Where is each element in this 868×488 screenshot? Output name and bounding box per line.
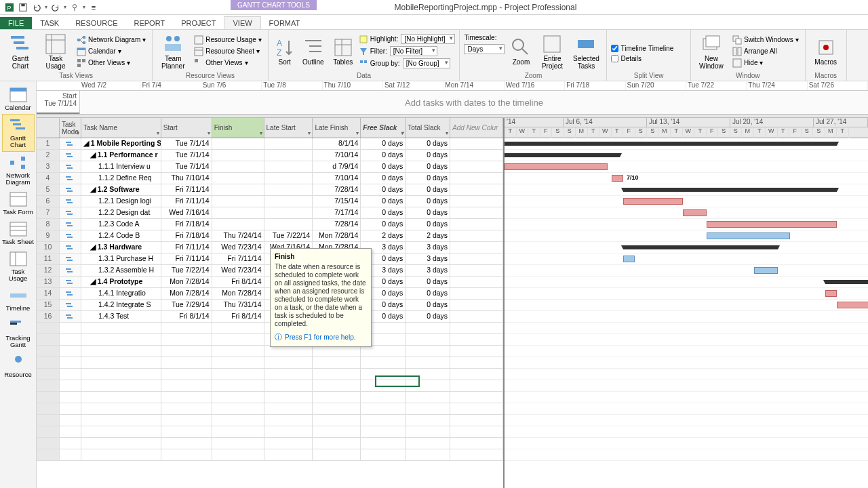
col-total-slack[interactable]: Total Slack▾: [406, 118, 450, 138]
tab-file[interactable]: FILE: [0, 17, 32, 29]
nav-gantt[interactable]: Gantt Chart: [2, 114, 35, 152]
table-row-empty[interactable]: [37, 426, 503, 438]
table-row-empty[interactable]: [37, 357, 503, 369]
table-row[interactable]: 2 ◢ 1.1 Performance r Tue 7/1/14 7/10/14…: [37, 150, 503, 161]
task-usage-button[interactable]: Task Usage: [39, 31, 72, 71]
filter-dropdown[interactable]: [No Filter]: [390, 46, 437, 56]
table-row[interactable]: 7 1.2.2 Design dat Wed 7/16/14 7/17/14 0…: [37, 207, 503, 219]
nav-tasksheet[interactable]: Task Sheet: [2, 218, 35, 248]
project-icon[interactable]: P: [4, 2, 15, 13]
timeline-checkbox[interactable]: [611, 45, 618, 52]
gantt-bar[interactable]: [837, 302, 868, 308]
nav-taskform[interactable]: Task Form: [2, 188, 35, 218]
other-views-button[interactable]: Other Views ▾: [75, 58, 148, 68]
col-rownum[interactable]: [37, 118, 60, 138]
gantt-bar[interactable]: [683, 209, 707, 216]
nav-timeline[interactable]: Timeline: [2, 285, 35, 314]
col-task-mode[interactable]: Task Mode▾: [60, 118, 81, 138]
outline-button[interactable]: Outline: [300, 31, 327, 71]
tab-project[interactable]: PROJECT: [173, 17, 224, 29]
col-add-new[interactable]: Add New Colur: [450, 118, 503, 138]
other-resource-views-button[interactable]: Other Views ▾: [192, 58, 263, 68]
col-task-name[interactable]: Task Name▾: [81, 118, 161, 138]
redo-icon[interactable]: [50, 2, 61, 13]
highlight-dropdown[interactable]: [No Highlight]: [401, 34, 455, 44]
save-icon[interactable]: [18, 2, 28, 13]
gantt-bar[interactable]: [707, 232, 790, 239]
col-free-slack[interactable]: Free Slack▾: [361, 118, 406, 138]
timeline-view-dropdown[interactable]: Timeline: [648, 45, 686, 52]
table-row[interactable]: 9 1.2.4 Code B Fri 7/18/14 Thu 7/24/14 T…: [37, 230, 503, 242]
calendar-button[interactable]: Calendar ▾: [75, 46, 148, 57]
svg-rect-57: [10, 161, 14, 165]
team-planner-button[interactable]: Team Planner: [157, 31, 189, 71]
hide-button[interactable]: Hide ▾: [730, 58, 801, 68]
nav-tracking[interactable]: Tracking Gantt: [2, 314, 35, 351]
undo-icon[interactable]: [31, 2, 42, 13]
nav-resource[interactable]: Resource: [2, 351, 35, 381]
macros-button[interactable]: Macros: [810, 31, 842, 71]
network-diagram-button[interactable]: Network Diagram ▾: [75, 35, 148, 45]
svg-rect-24: [195, 36, 203, 44]
table-row-empty[interactable]: [37, 346, 503, 357]
table-row-empty[interactable]: [37, 392, 503, 403]
tab-view[interactable]: VIEW: [224, 16, 260, 29]
tooltip-help-link[interactable]: Press F1 for more help.: [275, 332, 367, 342]
gantt-bar[interactable]: [825, 290, 837, 297]
groupby-dropdown[interactable]: [No Group]: [403, 58, 450, 68]
sort-button[interactable]: AZSort: [273, 31, 297, 71]
gantt-bar[interactable]: [505, 163, 608, 170]
qat-customize-icon[interactable]: ≡: [88, 2, 99, 13]
table-row[interactable]: 3 1.1.1 Interview u Tue 7/1/14 d 7/9/14 …: [37, 161, 503, 173]
entire-project-button[interactable]: Entire Project: [537, 31, 567, 71]
gantt-bar[interactable]: [505, 142, 837, 146]
timescale-dropdown[interactable]: Days: [464, 44, 505, 54]
col-late-start[interactable]: Late Start▾: [264, 118, 313, 138]
table-row[interactable]: 8 1.2.3 Code A Fri 7/18/14 7/28/14 0 day…: [37, 219, 503, 230]
zoom-button[interactable]: Zoom: [507, 31, 534, 71]
gantt-bar[interactable]: [505, 153, 620, 157]
nav-network[interactable]: Network Diagram: [2, 152, 35, 188]
nav-calendar[interactable]: Calendar: [2, 84, 35, 114]
switch-windows-button[interactable]: Switch Windows ▾: [730, 35, 801, 45]
gantt-row: [505, 207, 868, 219]
touch-icon[interactable]: [69, 2, 80, 13]
tab-report[interactable]: REPORT: [126, 17, 174, 29]
table-row[interactable]: 1 ◢ 1 Mobile Reporting S Tue 7/1/14 8/1/…: [37, 138, 503, 150]
tab-task[interactable]: TASK: [32, 17, 67, 29]
table-row-empty[interactable]: [37, 369, 503, 380]
gantt-bar[interactable]: [612, 175, 623, 182]
gantt-day: S: [635, 127, 648, 138]
table-row-empty[interactable]: [37, 380, 503, 392]
gantt-bar[interactable]: [623, 245, 778, 249]
gantt-bar[interactable]: [623, 188, 837, 192]
gantt-bar[interactable]: [754, 267, 778, 274]
details-checkbox[interactable]: [611, 55, 618, 62]
new-window-button[interactable]: New Window: [695, 31, 728, 71]
col-finish[interactable]: Finish▾: [212, 118, 264, 138]
tab-resource[interactable]: RESOURCE: [67, 17, 125, 29]
resource-usage-button[interactable]: Resource Usage ▾: [192, 35, 263, 45]
gantt-bar[interactable]: [623, 256, 635, 262]
table-row-empty[interactable]: [37, 438, 503, 449]
gantt-bar[interactable]: [825, 280, 868, 284]
table-row-empty[interactable]: [37, 403, 503, 415]
table-row[interactable]: 6 1.2.1 Design logi Fri 7/11/14 7/15/14 …: [37, 196, 503, 207]
nav-taskusage[interactable]: Task Usage: [2, 248, 35, 285]
selected-tasks-button[interactable]: Selected Tasks: [570, 31, 602, 71]
col-start[interactable]: Start▾: [161, 118, 212, 138]
svg-rect-92: [67, 260, 73, 261]
table-row[interactable]: 4 1.1.2 Define Req Thu 7/10/14 7/10/14 0…: [37, 173, 503, 184]
table-row-empty[interactable]: [37, 449, 503, 461]
tables-button[interactable]: Tables: [330, 31, 357, 71]
arrange-all-button[interactable]: Arrange All: [730, 46, 801, 57]
tab-format[interactable]: FORMAT: [261, 17, 309, 29]
gantt-bar[interactable]: [623, 198, 683, 205]
timeline-placeholder[interactable]: Add tasks with dates to the timeline: [80, 91, 868, 114]
gantt-chart-button[interactable]: Gantt Chart: [4, 31, 37, 71]
resource-sheet-button[interactable]: Resource Sheet ▾: [192, 46, 263, 57]
table-row-empty[interactable]: [37, 415, 503, 426]
gantt-bar[interactable]: [707, 221, 837, 228]
table-row[interactable]: 5 ◢ 1.2 Software Fri 7/11/14 7/28/14 0 d…: [37, 184, 503, 196]
col-late-finish[interactable]: Late Finish▾: [313, 118, 361, 138]
